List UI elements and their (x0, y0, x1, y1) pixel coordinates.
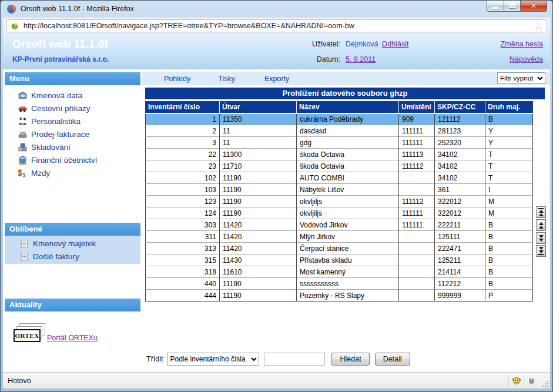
scroll-to-bottom-button[interactable] (536, 245, 546, 257)
table-scroll-buttons (536, 206, 546, 257)
table-row[interactable]: 10311190Nábytek Lišov361I (146, 184, 533, 196)
table-row[interactable]: 10211190AUTO COMBI34102T (146, 172, 533, 184)
sidebar-item-do-l-faktury[interactable]: Došlé faktury (5, 250, 140, 263)
addon-bug-cell[interactable] (524, 375, 539, 387)
addon-monkey-cell[interactable] (508, 375, 524, 387)
table-cell: okvljiljs (297, 207, 399, 219)
title-bar: Orsoft web 11.1.0f - Mozilla Firefox ✕ (1, 1, 552, 18)
column-header: SKP/CZ-CC (435, 102, 485, 113)
table-cell: 111113 (399, 149, 435, 160)
minimize-button[interactable] (487, 1, 504, 12)
table-cell: 11190 (220, 290, 297, 301)
table-row[interactable]: 111350cukrárna Poděbrady909121112B (146, 113, 533, 125)
table-cell: 11190 (220, 207, 297, 219)
browser-window: Orsoft web 11.1.0f - Mozilla Firefox ✕ h… (0, 0, 553, 392)
table-cell: 11300 (220, 149, 297, 160)
table-row[interactable]: 311gdg111111252320Y (146, 137, 533, 149)
data-box-icon (18, 91, 28, 100)
sidebar-item-label: Prodej-fakturace (31, 130, 89, 139)
table-cell: 11420 (220, 243, 297, 254)
sidebar-item-personalistika[interactable]: Personalistika (3, 115, 141, 128)
table-cell (399, 254, 435, 266)
filter-select[interactable]: Filtr vypnut (497, 72, 545, 84)
app-title: Orsoft web 11.1.0f (12, 38, 108, 51)
status-bar: Hotovo (3, 373, 550, 388)
table-cell: 11430 (220, 254, 297, 266)
sort-select[interactable]: Podle inventárního čísla (167, 353, 259, 366)
table-cell: 440 (146, 278, 220, 290)
scroll-to-top-button[interactable] (536, 206, 546, 218)
bookmark-star-icon[interactable]: ☆ (534, 21, 543, 31)
table-cell: T (485, 160, 533, 172)
table-cell: I (485, 184, 533, 196)
maximize-button[interactable] (504, 1, 521, 12)
page-up-button[interactable] (536, 219, 546, 231)
ortex-portal-link[interactable]: Portál ORTEXu (47, 334, 98, 342)
menu-section-header: Menu (5, 72, 140, 85)
ortex-logo[interactable]: ORTEX (14, 323, 45, 343)
view-tabs: Pohledy Tisky Exporty Filtr vypnut (142, 72, 550, 85)
favorites-section-header: Oblíbené (5, 223, 140, 236)
table-cell: 34102 (435, 149, 485, 160)
resize-grip[interactable] (541, 380, 548, 387)
table-cell: 111112 (399, 160, 435, 172)
search-input[interactable] (264, 353, 325, 366)
sidebar-item-mzdy[interactable]: $$Mzdy (3, 166, 141, 179)
change-password-link[interactable]: Změna hesla (501, 40, 543, 48)
help-link[interactable]: Nápověda (510, 55, 543, 63)
table-cell: 222211 (435, 219, 485, 231)
table-title: Prohlížení datového souboru ghzp (145, 88, 545, 99)
tab-exporty[interactable]: Exporty (264, 75, 289, 83)
sidebar-item-prodej-fakturace[interactable]: Prodej-fakturace (3, 128, 141, 140)
table-cell: Čerpací stanice (297, 243, 399, 254)
table-cell: 303 (146, 219, 220, 231)
firefox-icon (6, 4, 16, 14)
table-cell: B (485, 219, 533, 231)
document-icon (19, 252, 29, 261)
sidebar-item-kmenov-majetek[interactable]: Kmenový majetek (5, 237, 140, 250)
table-row[interactable]: 31511430Přístavba skladu125211B (146, 254, 533, 266)
table-cell: 1 (146, 113, 220, 125)
sidebar-item-label: Cestovní příkazy (31, 104, 91, 113)
table-row[interactable]: 31811610Most kamenný214114B (146, 266, 533, 278)
sidebar-item-kmenov-data[interactable]: Kmenová data (3, 89, 141, 102)
table-cell: Most kamenný (297, 266, 399, 278)
table-row[interactable]: 2211300škoda Octavia11111334102T (146, 149, 533, 160)
detail-button[interactable]: Detail (375, 353, 410, 366)
table-cell: škoda Octavia (297, 160, 399, 172)
table-row[interactable]: 31311420Čerpací stanice222471B (146, 243, 533, 254)
table-cell: 444 (146, 290, 220, 301)
date-link[interactable]: 5. 8.2011 (346, 55, 376, 63)
tab-pohledy[interactable]: Pohledy (164, 75, 190, 83)
table-cell: M (485, 207, 533, 219)
table-cell: B (485, 243, 533, 254)
svg-text:$: $ (18, 169, 22, 177)
table-row[interactable]: 12411190okvljiljs111111322012M (146, 207, 533, 219)
sidebar-item-label: Personalistika (31, 117, 81, 126)
table-row[interactable]: 12311190okvljiljs111112322012M (146, 196, 533, 207)
table-cell: Y (485, 137, 533, 149)
url-text[interactable]: http://localhost:8081/EOrsoft/navigace.j… (24, 22, 534, 30)
search-button[interactable]: Hledat (331, 353, 369, 366)
page-down-button[interactable] (536, 232, 546, 244)
menu-list: Kmenová dataCestovní příkazyPersonalisti… (3, 85, 141, 179)
table-cell: 281123 (435, 125, 485, 137)
table-row[interactable]: 30311420Vodovod Jirkov111111222211B (146, 219, 533, 231)
close-button[interactable]: ✕ (521, 1, 547, 12)
table-cell: 222471 (435, 243, 485, 254)
document-icon (19, 239, 29, 248)
table-row[interactable]: 211dasdasd111111281123Y (146, 125, 533, 137)
address-bar[interactable]: http://localhost:8081/EOrsoft/navigace.j… (6, 19, 547, 32)
table-row[interactable]: 44411190Pozemky - RS Slapy999999P (146, 290, 533, 301)
table-row[interactable]: 2311710škoda Octavia11111234102T (146, 160, 533, 172)
table-row[interactable]: 31111420Mlýn Jirkov125111B (146, 231, 533, 243)
column-header: Útvar (220, 102, 297, 113)
table-row[interactable]: 44011190sssssssssss112212B (146, 278, 533, 290)
logout-link[interactable]: Odhlásit (382, 40, 409, 48)
table-cell: 11420 (220, 219, 297, 231)
sidebar-item-cestovn-p-kazy[interactable]: Cestovní příkazy (3, 102, 141, 115)
table-cell (399, 278, 435, 290)
tab-tisky[interactable]: Tisky (218, 75, 235, 83)
sidebar-item-finan-n-etnictv-[interactable]: Finanční účetnictví (3, 153, 141, 166)
sidebar-item-skladov-n-[interactable]: Skladování (3, 140, 141, 153)
